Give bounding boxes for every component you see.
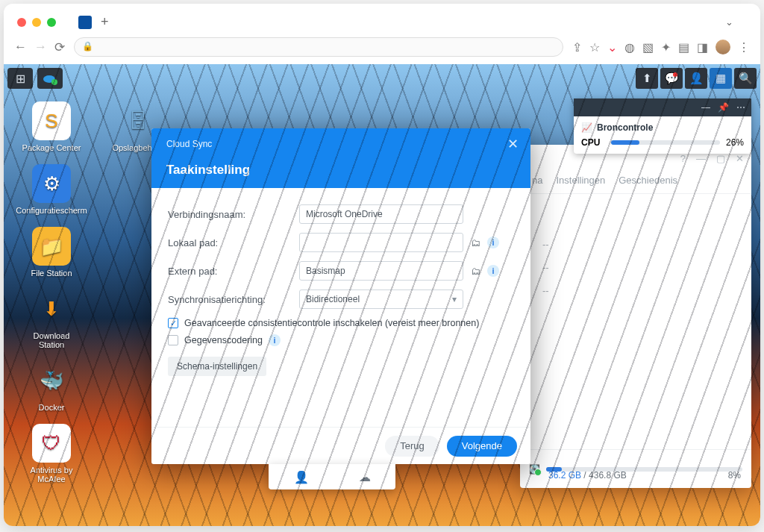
dsm-cloudsync-button[interactable] (37, 68, 63, 89)
desktop-icon[interactable]: ⚙Configuratiescherm (22, 164, 81, 215)
new-tab-button[interactable]: + (101, 14, 109, 30)
close-window[interactable] (17, 18, 26, 27)
widgets-icon[interactable]: ▦ (710, 68, 732, 89)
close-icon[interactable]: ✕ (736, 153, 744, 164)
back-button[interactable]: Terug (385, 436, 439, 457)
browser-window: + ⌄ ← → ⟳ 🔒 ⇪ ☆ ⌄ ◍ ▧ ✦ ▤ ◨ ⋮ ⊞ (4, 4, 760, 526)
cloud-sync-wizard: Cloud Sync ✕ Taakinstelling Verbindingsn… (151, 128, 530, 464)
desktop-icons: SPackage Center⚙Configuratiescherm📁File … (22, 101, 168, 484)
chevron-down-icon: ▾ (452, 294, 457, 304)
dsm-apps-button[interactable]: ⊞ (7, 68, 33, 89)
icon-label: Docker (39, 403, 65, 412)
folder-icon[interactable]: 🗂 (468, 266, 483, 277)
app-icon: 🛡 (32, 424, 71, 463)
vol-used: 36.2 GB (548, 470, 581, 481)
desktop-icon[interactable]: 🛡Antivirus by McAfee (22, 424, 81, 484)
remote-path-input[interactable] (299, 261, 463, 281)
dsm-desktop: ⊞ ⬆ 💬 👤 ▦ 🔍 SPackage Center⚙Configuratie… (4, 64, 760, 526)
folder-icon[interactable]: 🗂 (468, 237, 483, 248)
app-icon: ⚙ (32, 164, 71, 203)
app-icon: 🗄 (119, 101, 157, 140)
cpu-label: CPU (581, 137, 605, 148)
svg-point-1 (51, 79, 57, 85)
icon-label: Antivirus by McAfee (22, 466, 81, 484)
icon-label: Configuratiescherm (16, 206, 87, 215)
connection-name-input[interactable] (299, 204, 463, 224)
sync-direction-select[interactable]: Bidirectioneel ▾ (299, 290, 463, 309)
onepassword-icon[interactable]: ◍ (624, 40, 635, 54)
empty-row: -- (542, 262, 549, 273)
dsm-taskbar: ⊞ ⬆ 💬 👤 ▦ 🔍 (4, 64, 760, 93)
info-icon[interactable]: i (269, 334, 281, 346)
star-icon[interactable]: ☆ (589, 40, 600, 54)
label-remote-path: Extern pad: (168, 266, 295, 277)
label-local-path: Lokaal pad: (168, 237, 295, 248)
reload-button[interactable]: ⟳ (54, 40, 65, 55)
reader-icon[interactable]: ▤ (678, 40, 689, 54)
maximize-window[interactable] (47, 18, 56, 27)
person-icon[interactable]: 👤 (294, 470, 309, 484)
profile-avatar[interactable] (716, 40, 730, 54)
resource-monitor-widget[interactable]: — 📌 ⋯ 📈Broncontrole CPU 26% (574, 98, 751, 154)
desktop-icon[interactable]: 🗄Opslagbeheer (108, 101, 168, 152)
schedule-settings-button[interactable]: Schema-instellingen (168, 357, 266, 376)
search-icon[interactable]: 🔍 (734, 68, 757, 89)
app-icon: 🐳 (32, 361, 71, 400)
advanced-consistency-checkbox[interactable]: ✓ Geavanceerde consistentiecontrole insc… (168, 318, 514, 328)
browser-tab[interactable] (78, 16, 92, 29)
widget-menu-icon[interactable]: ⋯ (736, 102, 745, 113)
pin-icon[interactable]: 📌 (718, 102, 729, 113)
icon-label: Download Station (22, 331, 81, 349)
tab-settings[interactable]: Instellingen (556, 175, 605, 186)
chat-icon[interactable]: 💬 (660, 68, 683, 89)
user-icon[interactable]: 👤 (685, 68, 707, 89)
empty-row: -- (542, 239, 549, 250)
upload-icon[interactable]: ⬆ (636, 68, 658, 89)
share-icon[interactable]: ⇪ (572, 40, 582, 54)
info-icon[interactable]: i (487, 265, 499, 277)
background-app-window[interactable]: ? — ▢ ✕ na Instellingen Geschiedenis -- … (520, 145, 751, 488)
app-icon: ⬇ (32, 290, 71, 328)
maximize-icon[interactable]: ▢ (716, 153, 725, 164)
icon-label: Opslagbeheer (112, 143, 163, 152)
window-bottom-tabs[interactable]: 👤 ☁ (269, 464, 395, 489)
window-controls: + ⌄ (4, 4, 760, 33)
help-icon[interactable]: ? (680, 153, 686, 164)
modal-app-name: Cloud Sync (166, 139, 212, 149)
sidepanel-icon[interactable]: ◨ (697, 40, 708, 54)
cloud-icon[interactable]: ☁ (359, 470, 371, 484)
modal-title: Taakinstelling (166, 163, 519, 178)
cpu-bar (611, 140, 720, 145)
tab-na[interactable]: na (532, 175, 542, 186)
chart-icon: 📈 (581, 122, 592, 133)
pocket-icon[interactable]: ⌄ (607, 40, 617, 54)
address-bar[interactable]: 🔒 (74, 37, 563, 57)
menu-icon[interactable]: ⋮ (738, 40, 750, 54)
volume-bar (546, 467, 742, 472)
icon-label: File Station (31, 269, 72, 278)
data-encoding-checkbox[interactable]: Gegevenscodering i (168, 334, 514, 346)
label-connection: Verbindingsnaam: (168, 209, 295, 220)
back-button[interactable]: ← (14, 40, 27, 55)
info-icon[interactable]: i (487, 237, 499, 248)
notion-icon[interactable]: ▧ (642, 40, 654, 54)
desktop-icon[interactable]: SPackage Center (22, 101, 81, 152)
disk-icon: 💽 (529, 464, 540, 475)
empty-row: -- (542, 285, 549, 296)
desktop-icon[interactable]: ⬇Download Station (22, 290, 81, 349)
local-path-input[interactable] (299, 233, 463, 252)
desktop-icon[interactable]: 📁File Station (22, 227, 81, 278)
vol-pct: 8% (728, 470, 741, 481)
widget-min-icon[interactable]: — (701, 102, 710, 113)
next-button[interactable]: Volgende (447, 436, 517, 457)
desktop-icon[interactable]: 🐳Docker (22, 361, 81, 412)
extensions-icon[interactable]: ✦ (661, 40, 671, 54)
browser-extensions: ⇪ ☆ ⌄ ◍ ▧ ✦ ▤ ◨ ⋮ (572, 40, 750, 54)
minimize-window[interactable] (32, 18, 41, 27)
tab-history[interactable]: Geschiedenis (619, 175, 677, 186)
icon-label: Package Center (22, 143, 81, 152)
minimize-icon[interactable]: — (696, 153, 706, 164)
forward-button[interactable]: → (34, 40, 47, 55)
tab-overflow-icon[interactable]: ⌄ (725, 16, 733, 28)
close-icon[interactable]: ✕ (507, 136, 519, 152)
